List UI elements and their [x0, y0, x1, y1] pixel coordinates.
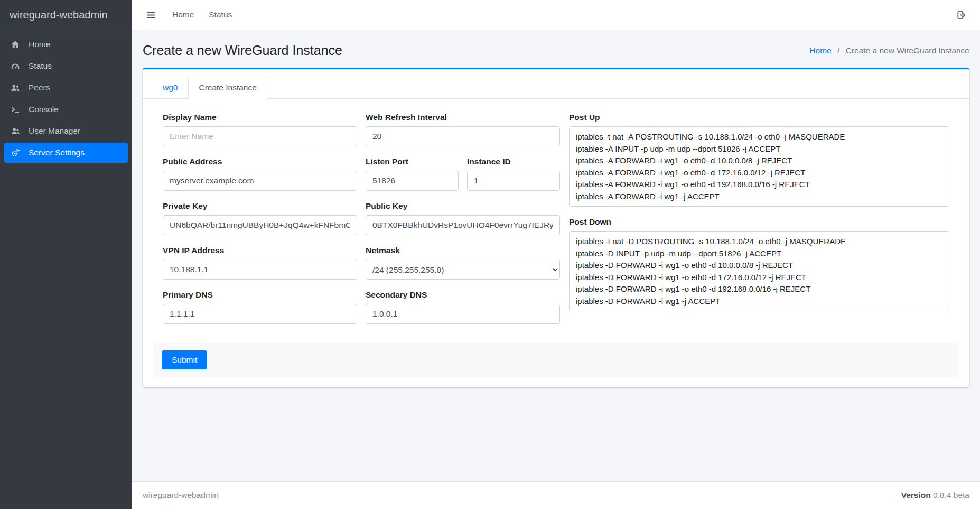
page-title: Create a new WireGuard Instance: [143, 43, 342, 58]
secondary-dns-field: Secondary DNS: [366, 290, 560, 324]
sidebar-item-status[interactable]: Status: [4, 56, 128, 76]
vpn-ip-input[interactable]: [163, 260, 357, 280]
sidebar-nav: Home Status Peers Console: [0, 30, 132, 169]
public-key-label: Public Key: [366, 201, 560, 211]
card-tabs-header: wg0 Create Instance: [143, 69, 969, 99]
cogs-icon: [11, 148, 25, 158]
listen-port-field: Listen Port: [366, 157, 459, 191]
instance-id-input[interactable]: [467, 171, 560, 191]
public-address-label: Public Address: [163, 157, 357, 166]
sidebar-item-label: Console: [29, 105, 59, 114]
public-key-field: Public Key: [366, 201, 560, 235]
display-name-input[interactable]: [163, 126, 357, 146]
display-name-field: Display Name: [163, 113, 357, 146]
private-key-label: Private Key: [163, 201, 357, 211]
primary-dns-label: Primary DNS: [163, 290, 357, 300]
sidebar-item-console[interactable]: Console: [4, 99, 128, 119]
instance-tabs: wg0 Create Instance: [152, 77, 960, 99]
port-and-id-row: Listen Port Instance ID: [366, 157, 560, 201]
listen-port-input[interactable]: [366, 171, 459, 191]
instance-id-label: Instance ID: [467, 157, 560, 166]
tab-wg0[interactable]: wg0: [152, 77, 188, 99]
footer-version-value: 0.8.4 beta: [933, 491, 969, 499]
primary-dns-input[interactable]: [163, 304, 357, 324]
post-down-textarea[interactable]: [569, 231, 949, 311]
secondary-dns-input[interactable]: [366, 304, 560, 324]
instance-id-field: Instance ID: [467, 157, 560, 191]
netmask-label: Netmask: [366, 246, 560, 255]
netmask-select[interactable]: /24 (255.255.255.0): [366, 260, 560, 280]
sidebar-item-label: User Manager: [29, 126, 80, 136]
tachometer-icon: [11, 61, 25, 71]
top-navbar: Home Status: [132, 0, 980, 30]
breadcrumb-home-link[interactable]: Home: [809, 46, 831, 55]
tab-create-instance[interactable]: Create Instance: [188, 77, 267, 99]
public-key-input[interactable]: [366, 215, 560, 235]
vpn-ip-label: VPN IP Address: [163, 246, 357, 255]
card-body: Display Name Web Refresh Interval Public…: [143, 99, 969, 387]
listen-port-label: Listen Port: [366, 157, 459, 166]
public-address-field: Public Address: [163, 157, 357, 191]
sidebar-item-server-settings[interactable]: Server Settings: [4, 143, 128, 163]
terminal-icon: [11, 105, 25, 114]
page-footer: wireguard-webadmin Version 0.8.4 beta: [132, 481, 980, 509]
post-down-label: Post Down: [569, 217, 949, 227]
display-name-label: Display Name: [163, 113, 357, 122]
web-refresh-interval-field: Web Refresh Interval: [366, 113, 560, 146]
web-refresh-interval-input[interactable]: [366, 126, 560, 146]
secondary-dns-label: Secondary DNS: [366, 290, 560, 300]
users-icon: [11, 126, 25, 136]
main-column: Home Status Create a new WireGuard Insta…: [132, 0, 980, 509]
form-left-columns: Display Name Web Refresh Interval Public…: [163, 113, 560, 335]
submit-button[interactable]: Submit: [162, 350, 207, 369]
breadcrumb-separator: /: [837, 46, 839, 55]
post-down-field: Post Down: [569, 217, 949, 311]
footer-brand: wireguard-webadmin: [143, 491, 219, 500]
home-icon: [11, 40, 25, 49]
footer-version-label: Version: [901, 491, 931, 499]
vpn-ip-field: VPN IP Address: [163, 246, 357, 280]
sidebar-item-peers[interactable]: Peers: [4, 78, 128, 98]
sidebar-item-label: Home: [29, 40, 50, 49]
breadcrumb-current: Create a new WireGuard Instance: [846, 46, 969, 55]
post-up-field: Post Up: [569, 113, 949, 207]
navbar-link-status[interactable]: Status: [201, 6, 239, 24]
hamburger-menu-icon[interactable]: [142, 6, 160, 24]
instance-card: wg0 Create Instance Display Name Web: [143, 68, 969, 387]
sidebar-item-label: Peers: [29, 83, 50, 92]
logout-icon[interactable]: [951, 5, 970, 24]
private-key-field: Private Key: [163, 201, 357, 235]
sidebar-item-user-manager[interactable]: User Manager: [4, 121, 128, 141]
web-refresh-interval-label: Web Refresh Interval: [366, 113, 560, 122]
app-root: wireguard-webadmin Home Status Peers: [0, 0, 980, 509]
private-key-input[interactable]: [163, 215, 357, 235]
primary-dns-field: Primary DNS: [163, 290, 357, 324]
content-area: Create a new WireGuard Instance Home / C…: [132, 30, 980, 481]
post-up-label: Post Up: [569, 113, 949, 122]
navbar-link-home[interactable]: Home: [165, 6, 201, 24]
breadcrumb: Home / Create a new WireGuard Instance: [809, 46, 969, 55]
form-right-column: Post Up Post Down: [569, 113, 949, 322]
sidebar-item-label: Server Settings: [29, 148, 85, 158]
content-header: Create a new WireGuard Instance Home / C…: [132, 30, 980, 68]
form-footer: Submit: [153, 343, 959, 377]
sidebar-item-home[interactable]: Home: [4, 34, 128, 54]
netmask-field: Netmask /24 (255.255.255.0): [366, 246, 560, 280]
sidebar-item-label: Status: [29, 61, 52, 71]
sidebar-brand: wireguard-webadmin: [0, 0, 132, 30]
sidebar: wireguard-webadmin Home Status Peers: [0, 0, 132, 509]
peers-icon: [11, 83, 25, 92]
public-address-input[interactable]: [163, 171, 357, 191]
footer-version: Version 0.8.4 beta: [901, 491, 969, 500]
post-up-textarea[interactable]: [569, 126, 949, 207]
instance-form: Display Name Web Refresh Interval Public…: [163, 113, 949, 335]
